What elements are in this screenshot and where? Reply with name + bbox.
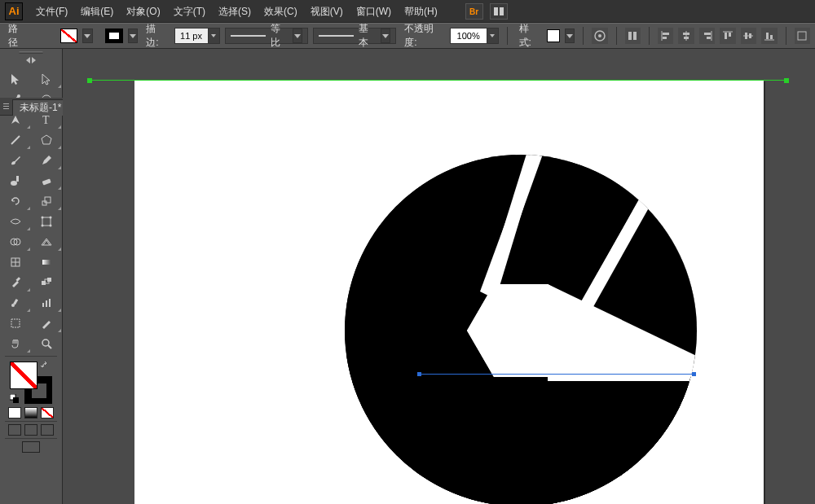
svg-rect-33 <box>16 176 19 182</box>
graphic-style-swatch[interactable] <box>547 29 560 42</box>
svg-rect-37 <box>42 217 51 226</box>
color-mode-solid[interactable] <box>8 407 21 419</box>
fill-dropdown[interactable] <box>82 28 93 43</box>
eyedropper-tool[interactable] <box>0 272 31 292</box>
align-left-icon[interactable] <box>658 28 673 44</box>
menu-effect[interactable]: 效果(C) <box>258 0 304 23</box>
stroke-width-stepper[interactable] <box>208 28 219 43</box>
opacity-stepper[interactable] <box>487 28 498 43</box>
opacity-input[interactable] <box>451 31 487 41</box>
horizontal-guide[interactable] <box>90 80 786 81</box>
svg-rect-53 <box>13 298 18 305</box>
svg-rect-9 <box>663 37 667 39</box>
width-tool[interactable] <box>0 211 31 231</box>
selected-path[interactable] <box>419 374 694 375</box>
svg-point-39 <box>50 216 52 218</box>
svg-rect-61 <box>13 397 19 403</box>
canvas-area[interactable] <box>63 67 815 504</box>
color-mode-gradient[interactable] <box>24 407 37 419</box>
svg-rect-54 <box>42 303 44 307</box>
bridge-button[interactable]: Br <box>465 3 483 20</box>
symbol-sprayer-tool[interactable] <box>0 292 31 313</box>
menu-object[interactable]: 对象(O) <box>120 0 166 23</box>
options-bar: 路径 描边: 等比 基本 不透明度: 样式: <box>0 23 815 49</box>
profile-dropdown[interactable] <box>293 28 302 43</box>
shape-builder-tool[interactable] <box>0 231 31 252</box>
fill-stroke-box[interactable] <box>10 362 52 404</box>
menu-view[interactable]: 视图(V) <box>304 0 350 23</box>
gradient-tool[interactable] <box>31 252 62 272</box>
align-top-icon[interactable] <box>720 28 735 44</box>
default-fill-stroke-icon[interactable] <box>10 394 20 404</box>
align-panel-icon[interactable] <box>625 28 641 44</box>
mesh-tool[interactable] <box>0 252 31 272</box>
align-hcenter-icon[interactable] <box>678 28 694 44</box>
blob-brush-tool[interactable] <box>0 170 31 191</box>
direct-selection-tool[interactable] <box>31 68 62 89</box>
transform-panel-icon[interactable] <box>795 28 810 44</box>
draw-inside-icon[interactable] <box>41 424 54 436</box>
perspective-grid-tool[interactable] <box>31 231 62 252</box>
screen-mode-icon[interactable] <box>22 441 40 453</box>
fill-color-icon[interactable] <box>10 362 37 389</box>
menu-file[interactable]: 文件(F) <box>29 0 74 23</box>
align-vcenter-icon[interactable] <box>741 28 756 44</box>
style-label: 样式: <box>516 22 542 50</box>
menu-help[interactable]: 帮助(H) <box>398 0 444 23</box>
svg-point-4 <box>598 34 601 37</box>
stroke-width-field[interactable] <box>174 28 220 44</box>
menu-select[interactable]: 选择(S) <box>212 0 258 23</box>
svg-rect-20 <box>745 33 747 39</box>
arrange-documents-button[interactable] <box>490 3 508 20</box>
selection-tool[interactable] <box>0 68 31 89</box>
tab-drag-handle[interactable] <box>3 98 9 116</box>
svg-point-38 <box>42 216 44 218</box>
menu-edit[interactable]: 编辑(E) <box>74 0 120 23</box>
hand-tool[interactable] <box>0 333 31 353</box>
graphic-style-dropdown[interactable] <box>565 28 575 43</box>
brush-dropdown[interactable] <box>381 28 390 43</box>
stroke-dropdown[interactable] <box>128 28 139 43</box>
stroke-width-input[interactable] <box>175 31 208 41</box>
align-bottom-icon[interactable] <box>761 28 777 44</box>
opacity-label[interactable]: 不透明度: <box>401 22 444 50</box>
tools-panel: T <box>0 49 63 504</box>
recolor-artwork-icon[interactable] <box>592 28 607 44</box>
menu-type[interactable]: 文字(T) <box>167 0 212 23</box>
app-logo: Ai <box>5 2 23 20</box>
align-right-icon[interactable] <box>699 28 715 44</box>
panel-collapse-toggle[interactable] <box>25 57 37 65</box>
artboard-tool[interactable] <box>0 313 31 333</box>
svg-rect-36 <box>45 197 51 203</box>
blend-tool[interactable] <box>31 272 62 292</box>
draw-normal-icon[interactable] <box>8 424 21 436</box>
anchor-point[interactable] <box>692 372 696 376</box>
stroke-swatch[interactable] <box>105 28 122 43</box>
svg-line-30 <box>11 136 20 144</box>
svg-rect-14 <box>704 33 711 35</box>
opacity-field[interactable] <box>450 28 499 44</box>
swap-fill-stroke-icon[interactable] <box>41 362 52 373</box>
color-mode-none[interactable] <box>41 407 54 419</box>
svg-text:Br: Br <box>469 7 478 16</box>
eraser-tool[interactable] <box>31 170 62 191</box>
pencil-tool[interactable] <box>31 150 62 170</box>
anchor-point[interactable] <box>417 372 421 376</box>
rotate-tool[interactable] <box>0 191 31 211</box>
menu-window[interactable]: 窗口(W) <box>350 0 398 23</box>
brush-definition[interactable]: 基本 <box>313 28 396 44</box>
scale-tool[interactable] <box>31 191 62 211</box>
line-segment-tool[interactable] <box>0 129 31 150</box>
shape-tool[interactable] <box>31 129 62 150</box>
svg-rect-2 <box>500 7 504 15</box>
column-graph-tool[interactable] <box>31 292 62 313</box>
panel-grip[interactable] <box>0 49 62 55</box>
draw-behind-icon[interactable] <box>24 424 37 436</box>
free-transform-tool[interactable] <box>31 211 62 231</box>
stroke-label[interactable]: 描边: <box>143 22 169 50</box>
zoom-tool[interactable] <box>31 333 62 353</box>
slice-tool[interactable] <box>31 313 62 333</box>
fill-swatch[interactable] <box>60 28 77 43</box>
variable-width-profile[interactable]: 等比 <box>225 28 308 44</box>
paintbrush-tool[interactable] <box>0 150 31 170</box>
